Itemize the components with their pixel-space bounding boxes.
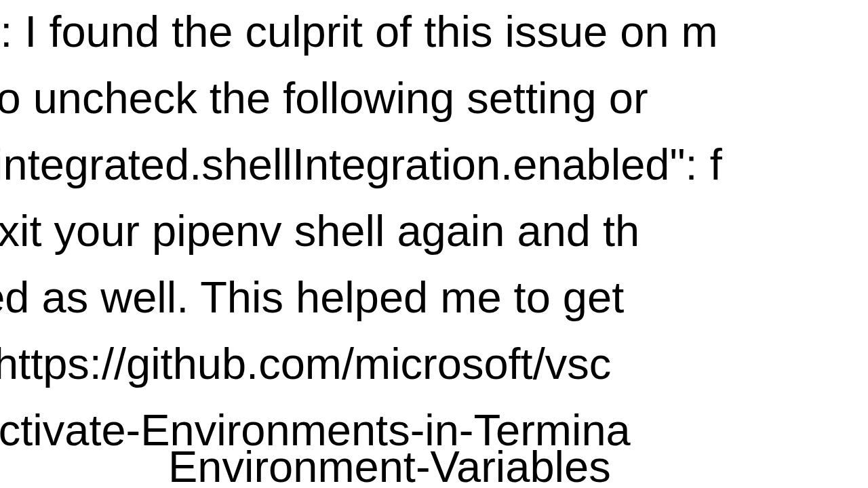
text-line-4: an exit your pipenv shell again and th [0,198,639,265]
text-line-6: tion: https://github.com/microsoft/vsc [0,331,611,398]
text-line-3: .integrated.shellIntegration.enabled": f [0,131,722,199]
text-line-2: ed to uncheck the following setting or [0,65,648,132]
text-line-8: Environment-Variables [168,434,611,488]
text-line-1: 3: I found the culprit of this issue on … [0,0,718,66]
text-line-5: exited as well. This helped me to get [0,264,624,331]
